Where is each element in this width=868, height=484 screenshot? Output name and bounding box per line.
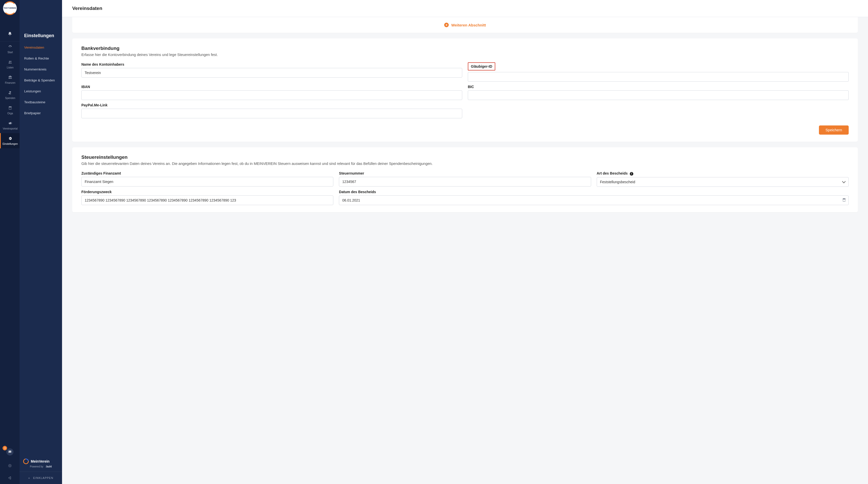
chat-icon <box>6 448 13 455</box>
input-creditor-id[interactable] <box>468 72 849 82</box>
app-root: TESTVEREIN Start Listen Finanzen <box>0 0 868 484</box>
field-purpose: Förderungszweck <box>81 190 333 205</box>
bank-icon <box>8 75 12 80</box>
card-add-section: + Weiteren Abschnitt <box>72 17 858 33</box>
bank-subtitle: Erfasse hier die Kontoverbindung deines … <box>81 53 849 57</box>
org-logo-disc: TESTVEREIN <box>3 1 17 15</box>
label-bic: BIC <box>468 85 849 89</box>
rail-notifications[interactable] <box>0 26 20 41</box>
settings-sidebar: Einstellungen Vereinsdaten Rollen & Rech… <box>20 0 62 484</box>
powered-by-prefix: Powered by <box>30 465 43 468</box>
field-paypal: PayPal.Me-Link <box>81 103 462 118</box>
heart-hand-icon <box>8 91 12 96</box>
input-iban[interactable] <box>81 90 462 100</box>
rail-item-orga[interactable]: Orga <box>0 103 20 118</box>
rail-item-listen[interactable]: Listen <box>0 57 20 72</box>
card-steuereinstellungen: Steuereinstellungen Gib hier die steuerr… <box>72 147 858 212</box>
rail-item-label: Finanzen <box>5 81 15 84</box>
dashboard-icon <box>8 45 12 50</box>
brand-swirl-icon <box>22 458 30 465</box>
input-account-holder[interactable] <box>81 68 462 78</box>
card-bankverbindung: Bankverbindung Erfasse hier die Kontover… <box>72 38 858 142</box>
rail-spacer <box>0 148 20 444</box>
main-area: Vereinsdaten + Weiteren Abschnitt Bankve… <box>62 0 868 484</box>
label-tax-office: Zuständiges Finanzamt <box>81 171 333 175</box>
sidebar-item-briefpapier[interactable]: Briefpapier <box>20 108 62 119</box>
field-decision-date: Datum des Bescheids <box>339 190 849 205</box>
powered-by-brand: :buhl <box>45 465 52 468</box>
plus-circle-icon: + <box>444 23 449 27</box>
rail-item-finanzen[interactable]: Finanzen <box>0 72 20 87</box>
rail-item-label: Start <box>7 51 13 54</box>
rail-item-label: Spenden <box>5 97 15 99</box>
field-tax-number: Steuernummer <box>339 171 591 187</box>
label-purpose: Förderungszweck <box>81 190 333 194</box>
calendar-icon <box>8 106 12 111</box>
bell-icon <box>8 32 12 36</box>
rail-chat[interactable]: 3 <box>0 444 20 460</box>
rail-info[interactable] <box>0 460 20 472</box>
label-creditor-id: Gläubiger-ID <box>468 62 495 70</box>
input-tax-number[interactable] <box>339 177 591 187</box>
tax-title: Steuereinstellungen <box>81 154 849 160</box>
users-icon <box>8 60 12 65</box>
sidebar-collapse-label: EINKLAPPEN <box>33 476 53 479</box>
org-logo[interactable]: TESTVEREIN <box>0 0 20 16</box>
input-bic[interactable] <box>468 90 849 100</box>
field-account-holder: Name des Kontoinhabers <box>81 62 462 82</box>
label-paypal: PayPal.Me-Link <box>81 103 462 107</box>
add-section-button[interactable]: + Weiteren Abschnitt <box>72 23 858 27</box>
label-decision-date: Datum des Bescheids <box>339 190 849 194</box>
label-decision-type: Art des Bescheids i <box>597 171 849 176</box>
add-section-label: Weiteren Abschnitt <box>451 23 486 27</box>
rail-logout[interactable] <box>0 472 20 484</box>
rail-item-label: Einstellungen <box>3 143 18 145</box>
logout-icon <box>8 476 12 480</box>
input-purpose[interactable] <box>81 195 333 205</box>
rail-item-label: Vereinsportal <box>3 127 18 130</box>
label-tax-number: Steuernummer <box>339 171 591 175</box>
tax-subtitle: Gib hier die steuerrelevanten Daten dein… <box>81 162 849 166</box>
rail-item-einstellungen[interactable]: Einstellungen <box>0 133 20 148</box>
field-decision-type: Art des Bescheids i Feststellungsbeschei… <box>597 171 849 187</box>
sidebar-item-vereinsdaten[interactable]: Vereinsdaten <box>20 42 62 53</box>
rail-item-label: Listen <box>7 66 14 69</box>
icon-rail: TESTVEREIN Start Listen Finanzen <box>0 0 20 484</box>
select-decision-type[interactable]: Feststellungsbescheid <box>597 177 849 187</box>
save-button[interactable]: Speichern <box>819 125 849 135</box>
sidebar-item-textbausteine[interactable]: Textbausteine <box>20 97 62 108</box>
chevrons-left-icon: « <box>28 476 30 479</box>
input-tax-office[interactable] <box>81 177 333 187</box>
rail-item-start[interactable]: Start <box>0 41 20 57</box>
sidebar-brand: MeinVerein Powered by :buhl <box>20 459 62 472</box>
label-iban: IBAN <box>81 85 462 89</box>
chat-count-badge: 3 <box>3 446 7 450</box>
sidebar-collapse[interactable]: « EINKLAPPEN <box>20 472 62 484</box>
gear-icon <box>8 136 12 141</box>
bank-title: Bankverbindung <box>81 46 849 51</box>
field-creditor-id: Gläubiger-ID <box>468 62 849 82</box>
calendar-icon[interactable] <box>842 198 846 203</box>
field-tax-office: Zuständiges Finanzamt <box>81 171 333 187</box>
page-title: Vereinsdaten <box>62 0 868 17</box>
label-account-holder: Name des Kontoinhabers <box>81 62 462 66</box>
input-decision-date[interactable] <box>339 195 849 205</box>
sidebar-item-rollen-rechte[interactable]: Rollen & Rechte <box>20 53 62 64</box>
sidebar-item-beitraege-spenden[interactable]: Beiträge & Spenden <box>20 75 62 86</box>
rail-item-vereinsportal[interactable]: Vereinsportal <box>0 118 20 133</box>
sidebar-item-nummernkreis[interactable]: Nummernkreis <box>20 64 62 75</box>
rail-item-spenden[interactable]: Spenden <box>0 87 20 103</box>
info-icon[interactable]: i <box>630 172 633 176</box>
sidebar-item-leistungen[interactable]: Leistungen <box>20 86 62 97</box>
sidebar-title: Einstellungen <box>20 33 62 42</box>
field-bic: BIC <box>468 85 849 100</box>
brand-name: MeinVerein <box>31 459 50 463</box>
info-icon <box>8 464 12 468</box>
rail-item-label: Orga <box>7 112 13 115</box>
page-content: + Weiteren Abschnitt Bankverbindung Erfa… <box>62 17 868 222</box>
megaphone-icon <box>8 121 12 126</box>
field-iban: IBAN <box>81 85 462 100</box>
input-paypal[interactable] <box>81 109 462 118</box>
